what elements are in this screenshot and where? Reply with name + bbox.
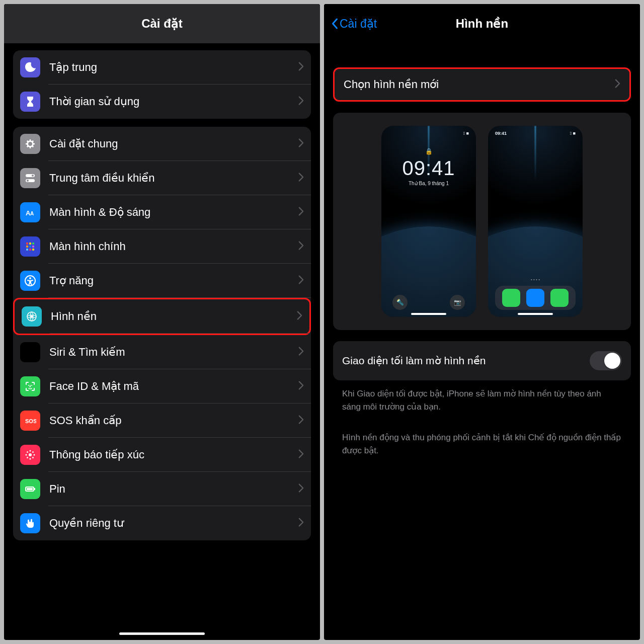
choose-wallpaper-row[interactable]: Chọn hình nền mới [333,67,631,102]
settings-group-1: Tập trung Thời gian sử dụng [13,50,311,119]
home-indicator [119,632,205,635]
chevron-right-icon [298,172,304,184]
wallpaper-row[interactable]: Hình nền [13,298,311,335]
row-label: Face ID & Mật mã [49,380,298,393]
exposure-row[interactable]: Thông báo tiếp xúc [13,438,311,472]
safari-app-icon [526,289,544,307]
moon-icon [20,57,40,77]
faceid-icon [20,376,40,396]
lock-icon: 🔒 [381,148,476,155]
settings-content: Tập trung Thời gian sử dụng Cài đặt chun… [4,43,320,640]
sos-row[interactable]: SOS khẩn cấp [13,404,311,438]
row-label: Màn hình & Độ sáng [49,206,298,219]
settings-header: Cài đặt [4,4,320,43]
row-label: SOS khẩn cấp [49,414,298,427]
lock-screen-preview[interactable]: 􀙇 ■ 🔒 09:41 Thứ Ba, 9 tháng 1 🔦 📷 [381,126,476,317]
messages-app-icon [550,289,569,307]
screentime-row[interactable]: Thời gian sử dụng [13,85,311,119]
lock-date: Thứ Ba, 9 tháng 1 [381,181,476,186]
chevron-right-icon [298,240,304,253]
chevron-right-icon [298,483,304,495]
phone-app-icon [502,289,520,307]
row-label: Hình nền [51,310,297,323]
faceid-row[interactable]: Face ID & Mật mã [13,369,311,404]
chevron-right-icon [615,78,620,91]
home-screen-preview[interactable]: 09:41􀙇 ■ • • • • [488,126,583,317]
wallpaper-icon [22,306,42,327]
chevron-right-icon [298,415,304,427]
general-row[interactable]: Cài đặt chung [13,127,311,161]
dim-wallpaper-row: Giao diện tối làm mờ hình nền [333,341,631,380]
wallpaper-header: Cài đặt Hình nền [324,4,640,43]
row-label: Màn hình chính [49,240,298,253]
row-label: Quyền riêng tư [49,517,298,530]
home-grid-icon [20,236,40,257]
privacy-row[interactable]: Quyền riêng tư [13,506,311,540]
row-label: Siri & Tìm kiếm [49,346,298,359]
row-label: Tập trung [49,61,298,74]
chevron-right-icon [297,310,302,323]
chevron-right-icon [298,138,304,150]
wallpaper-pane: Cài đặt Hình nền Chọn hình nền mới 􀙇 ■ 🔒… [324,4,640,640]
settings-title: Cài đặt [141,17,183,31]
hand-icon [20,513,40,533]
chevron-right-icon [298,346,304,358]
row-label: Thời gian sử dụng [49,95,298,108]
settings-pane: Cài đặt Tập trung Thời gian sử dụng Cài … [4,4,320,640]
chevron-right-icon [298,96,304,108]
back-label: Cài đặt [340,17,377,31]
row-label: Thông báo tiếp xúc [49,448,298,461]
row-label: Trợ năng [49,274,298,287]
chevron-right-icon [298,275,304,287]
footer-text-2: Hình nền động và thu phóng phối cảnh bị … [333,424,631,457]
chevron-right-icon [298,380,304,392]
chevron-right-icon [298,61,304,73]
toggles-icon [20,168,40,188]
chevron-right-icon [298,206,304,218]
control-center-row[interactable]: Trung tâm điều khiển [13,161,311,195]
siri-icon [20,342,40,362]
flashlight-icon: 🔦 [392,295,408,310]
row-label: Pin [49,482,298,496]
camera-icon: 📷 [450,295,465,310]
settings-group-2: Cài đặt chung Trung tâm điều khiển Màn h… [13,127,311,540]
aa-icon [20,202,40,222]
dock [495,286,576,310]
home-screen-row[interactable]: Màn hình chính [13,229,311,264]
row-label: Cài đặt chung [49,137,298,150]
battery-icon [20,479,40,499]
wallpaper-title: Hình nền [456,17,508,31]
back-button[interactable]: Cài đặt [331,17,377,31]
dim-wallpaper-switch[interactable] [590,351,622,370]
hourglass-icon [20,92,40,112]
choose-wallpaper-label: Chọn hình nền mới [344,78,615,91]
wallpaper-content: Chọn hình nền mới 􀙇 ■ 🔒 09:41 Thứ Ba, 9 … [324,43,640,640]
focus-row[interactable]: Tập trung [13,50,311,85]
display-row[interactable]: Màn hình & Độ sáng [13,195,311,229]
sos-icon [20,411,40,431]
dim-wallpaper-label: Giao diện tối làm mờ hình nền [342,355,590,367]
chevron-right-icon [298,449,304,461]
gear-icon [20,134,40,154]
battery-row[interactable]: Pin [13,472,311,506]
wallpaper-preview: 􀙇 ■ 🔒 09:41 Thứ Ba, 9 tháng 1 🔦 📷 09:41􀙇… [333,113,631,330]
accessibility-row[interactable]: Trợ năng [13,264,311,298]
exposure-icon [20,445,40,465]
footer-text-1: Khi Giao diện tối được bật, iPhone sẽ là… [333,380,631,413]
accessibility-icon [20,271,40,291]
chevron-right-icon [298,517,304,529]
siri-row[interactable]: Siri & Tìm kiếm [13,335,311,369]
row-label: Trung tâm điều khiển [49,172,298,185]
